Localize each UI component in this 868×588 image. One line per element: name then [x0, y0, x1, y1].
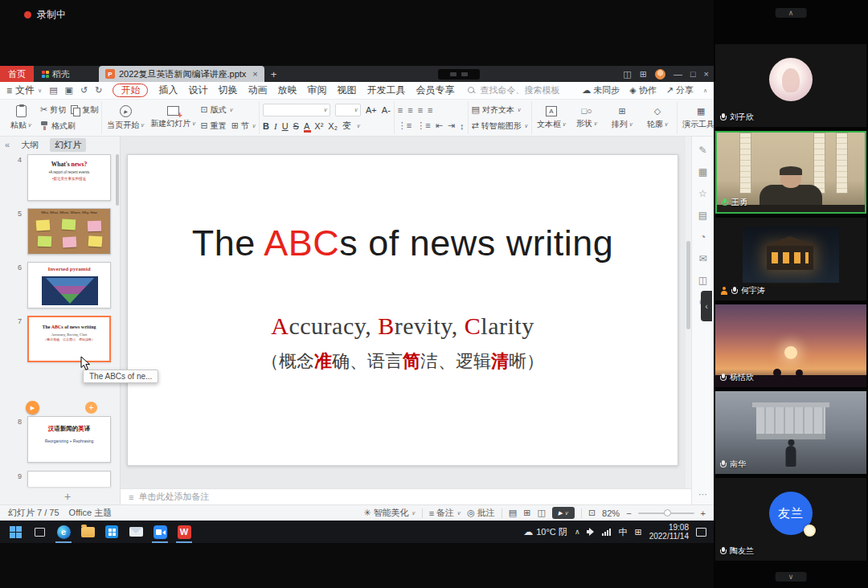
add-slide-button[interactable]: + — [50, 490, 85, 503]
tab-transition[interactable]: 切换 — [218, 84, 237, 97]
play-from-slide-button[interactable]: ▶ — [26, 401, 39, 414]
file-menu-button[interactable]: ≡ 文件 ∨ — [6, 84, 42, 97]
tab-document[interactable]: P 2022复旦英语新闻编译讲座.pptx × — [99, 66, 264, 82]
slide-thumbnail-7-selected[interactable]: The ABCs of news writing Accuracy, Brevi… — [27, 316, 111, 362]
scrollbar-thumb[interactable] — [686, 241, 690, 329]
meeting-app-button[interactable] — [148, 521, 172, 543]
start-button[interactable] — [3, 521, 27, 543]
tab-devtools[interactable]: 开发工具 — [366, 84, 405, 97]
volume-icon[interactable] — [587, 528, 595, 536]
participant-tile[interactable]: 友兰 陶友兰 — [715, 478, 866, 561]
underline-button[interactable]: U — [282, 121, 289, 131]
edit-tool-icon[interactable]: ✎ — [698, 145, 706, 156]
tab-home[interactable]: 首页 — [0, 66, 34, 82]
animation-tool-icon[interactable]: ◔ — [700, 231, 706, 243]
touch-keyboard-icon[interactable]: ⊞ — [634, 527, 641, 537]
tab-insert[interactable]: 插入 — [158, 84, 178, 97]
align-right-icon[interactable]: ≡ — [418, 105, 423, 115]
panel-scrollbar[interactable] — [116, 154, 119, 206]
decrease-indent-icon[interactable]: ⇤ — [436, 120, 443, 131]
collab-button[interactable]: ◈ 协作 — [629, 84, 656, 96]
new-tab-button[interactable]: + — [264, 68, 284, 80]
participant-tile-speaking[interactable]: 王勇 — [715, 131, 866, 214]
mail-button[interactable] — [124, 521, 148, 543]
font-size-select[interactable]: ∨ — [335, 104, 361, 116]
maximize-button[interactable]: □ — [690, 69, 696, 79]
new-slide-button[interactable]: 新建幻灯片∨ — [149, 106, 197, 129]
arrange-button[interactable]: ⊞ 排列∨ — [606, 106, 638, 130]
bold-button[interactable]: B — [263, 121, 269, 131]
tab-docer[interactable]: 稻壳 — [34, 66, 78, 82]
copy-button[interactable]: 复制 — [71, 104, 98, 116]
properties-tool-icon[interactable]: ▤ — [698, 210, 707, 221]
present-tools-button[interactable]: ▦ 演示工具∨ — [681, 106, 714, 130]
panel-collapse-handle[interactable]: ‹ — [701, 291, 712, 321]
increase-font-button[interactable]: A+ — [366, 105, 377, 115]
participant-tile[interactable]: 杨恬欣 — [715, 304, 866, 387]
font-name-select[interactable]: ∨ — [263, 104, 330, 116]
minimize-button[interactable]: — — [674, 69, 682, 79]
participant-tile[interactable]: 何宇涛 — [715, 218, 866, 300]
align-text-button[interactable]: ▤对齐文本∨ — [472, 104, 522, 116]
align-left-icon[interactable]: ≡ — [398, 105, 403, 115]
close-button[interactable]: × — [704, 69, 709, 79]
slide-subtitle-cn[interactable]: （概念准确、语言简洁、逻辑清晰） — [128, 349, 678, 374]
share-button[interactable]: ↗ 分享 — [666, 84, 694, 96]
notes-toggle[interactable]: ≡ 备注 ∨ — [429, 507, 461, 519]
tab-design[interactable]: 设计 — [188, 84, 207, 97]
tab-slideshow[interactable]: 放映 — [277, 84, 297, 97]
tab-slides-view[interactable]: 幻灯片 — [50, 138, 86, 152]
textbox-button[interactable]: A 文本框∨ — [535, 106, 567, 130]
zoom-out-button[interactable]: − — [626, 508, 631, 518]
reset-button[interactable]: ⊟重置 — [200, 120, 226, 132]
ime-indicator[interactable]: 中 — [618, 526, 627, 538]
outline-button[interactable]: ◇ 轮廓∨ — [641, 106, 674, 130]
pinyin-button[interactable]: 变 — [342, 120, 351, 132]
apps-grid-icon[interactable]: ⊞ — [640, 69, 647, 80]
zoom-slider-knob[interactable] — [664, 509, 671, 517]
slide-thumbnail-5[interactable]: Who, What, When, Where, Why, How — [27, 208, 111, 255]
clock[interactable]: 19:08 2022/11/14 — [649, 523, 689, 541]
store-button[interactable] — [100, 521, 124, 543]
slide-title[interactable]: The ABCs of news writing — [128, 223, 678, 264]
cut-button[interactable]: ✂剪切 — [40, 104, 66, 116]
file-explorer-button[interactable] — [76, 521, 100, 543]
view-reading-icon[interactable]: ◫ — [537, 508, 545, 518]
tab-review[interactable]: 审阅 — [307, 84, 326, 97]
view-sorter-icon[interactable]: ⊞ — [523, 508, 530, 518]
favorites-tool-icon[interactable]: ☆ — [698, 188, 707, 199]
align-justify-icon[interactable]: ≡ — [428, 105, 432, 115]
canvas-scrollbar[interactable] — [686, 137, 691, 488]
insert-slide-button[interactable]: + — [85, 402, 97, 414]
slideshow-play-button[interactable]: ▶∨ — [552, 507, 575, 519]
save-icon[interactable]: ▤ — [49, 85, 57, 96]
tab-member[interactable]: 会员专享 — [416, 84, 454, 97]
view-normal-icon[interactable]: ▤ — [509, 508, 517, 518]
meeting-floatbar[interactable] — [438, 69, 480, 80]
redo-icon[interactable]: ↻ — [95, 85, 102, 96]
layout-button[interactable]: ⊡版式∨ — [200, 104, 232, 116]
tab-animation[interactable]: 动画 — [248, 84, 267, 97]
slide-thumbnail-9[interactable] — [27, 471, 111, 487]
account-avatar[interactable] — [655, 69, 665, 80]
slide-thumbnail-8[interactable]: 汉语新闻的英译 Reorganizing + Rephrasing — [27, 416, 111, 463]
tab-close-icon[interactable]: × — [252, 69, 257, 79]
zoom-slider[interactable] — [638, 512, 694, 514]
align-center-icon[interactable]: ≡ — [407, 105, 412, 115]
zoom-in-button[interactable]: + — [701, 508, 706, 518]
task-view-button[interactable] — [27, 521, 51, 543]
collapse-panel-icon[interactable]: « — [5, 140, 10, 149]
scroll-down-button[interactable]: ∨ — [776, 572, 807, 582]
format-painter-button[interactable]: 格式刷 — [40, 120, 76, 132]
italic-button[interactable]: I — [274, 121, 277, 131]
shapes-button[interactable]: □○ 形状∨ — [571, 106, 603, 129]
slide-subtitle[interactable]: Accuracy, Brevity, Clarity — [128, 312, 678, 340]
beautify-button[interactable]: ✳ 智能美化 ∨ — [363, 507, 415, 519]
design-tool-icon[interactable]: ▦ — [698, 166, 707, 178]
notes-bar[interactable]: ≡ 单击此处添加备注 — [121, 488, 691, 504]
numbering-icon[interactable]: ⋮≡ — [416, 120, 430, 131]
play-from-current-button[interactable]: ▶ 当页开始∨ — [105, 105, 145, 131]
weather-widget[interactable]: ☁ 10°C 阴 — [523, 526, 567, 538]
comment-tool-icon[interactable]: ✉ — [698, 253, 706, 264]
scroll-up-button[interactable]: ∧ — [776, 8, 807, 18]
